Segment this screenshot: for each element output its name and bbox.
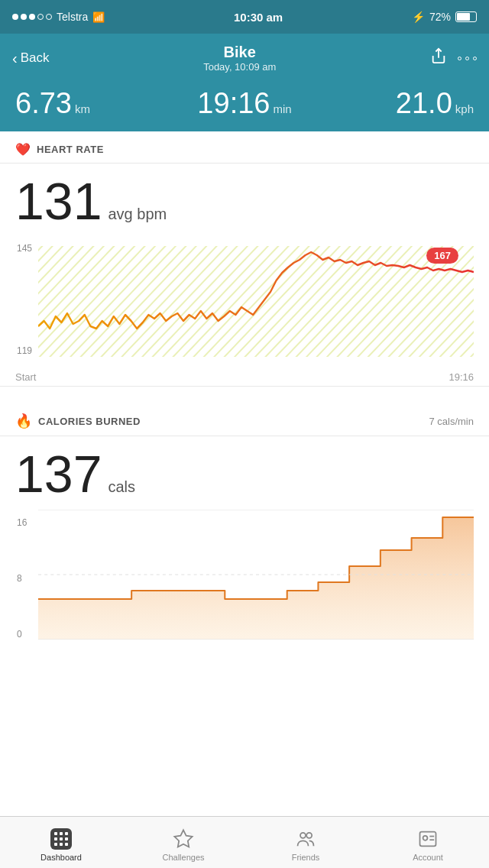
hr-label-high: 145 bbox=[17, 243, 32, 254]
nav-actions bbox=[430, 47, 477, 69]
status-left: Telstra 📶 bbox=[12, 11, 105, 23]
calories-section: 🔥 CALORIES BURNED 7 cals/min 137 cals 16… bbox=[0, 402, 489, 647]
calories-title: CALORIES BURNED bbox=[38, 416, 141, 427]
heart-rate-chart: 145 119 bbox=[15, 238, 474, 361]
cal-label-low: 0 bbox=[17, 629, 27, 640]
hr-chart-svg bbox=[38, 238, 474, 361]
heart-rate-unit: avg bpm bbox=[108, 206, 167, 223]
account-icon bbox=[417, 828, 439, 850]
nav-bar: ‹ Back Bike Today, 10:09 am bbox=[0, 34, 489, 83]
status-bar: Telstra 📶 10:30 am ⚡ 72% bbox=[0, 0, 489, 34]
tab-dashboard-label: Dashboard bbox=[40, 853, 82, 862]
heart-rate-header: ❤️ HEART RATE bbox=[0, 131, 489, 164]
cal-chart-svg bbox=[38, 510, 474, 640]
calories-value: 137 bbox=[15, 444, 102, 504]
signal-dots bbox=[12, 14, 52, 20]
hr-time-row: Start 19:16 bbox=[0, 368, 489, 387]
tab-account[interactable]: Account bbox=[367, 824, 489, 862]
calories-unit: cals bbox=[108, 478, 135, 496]
hr-label-low: 119 bbox=[17, 345, 32, 356]
distance-value: 6.73 bbox=[15, 89, 72, 118]
calories-rate: 7 cals/min bbox=[429, 416, 474, 427]
tab-friends[interactable]: Friends bbox=[244, 824, 367, 862]
stats-row: 6.73 km 19:16 min 21.0 kph bbox=[0, 83, 489, 131]
dashboard-icon bbox=[50, 828, 72, 850]
status-time: 10:30 am bbox=[234, 11, 283, 24]
distance-stat: 6.73 km bbox=[15, 89, 168, 118]
cal-y-labels: 16 8 0 bbox=[17, 510, 27, 647]
more-icon[interactable] bbox=[458, 57, 477, 60]
back-chevron-icon: ‹ bbox=[12, 50, 18, 67]
duration-value: 19:16 bbox=[197, 89, 270, 118]
heart-rate-section: ❤️ HEART RATE 131 avg bpm 145 119 bbox=[0, 131, 489, 387]
speed-value: 21.0 bbox=[396, 89, 452, 118]
tab-friends-label: Friends bbox=[292, 853, 320, 862]
share-icon[interactable] bbox=[430, 47, 447, 69]
tab-challenges-label: Challenges bbox=[162, 853, 204, 862]
svg-point-9 bbox=[306, 832, 312, 837]
battery-percent: 72% bbox=[429, 11, 451, 23]
spacer bbox=[0, 387, 489, 402]
svg-rect-2 bbox=[38, 246, 474, 357]
svg-marker-7 bbox=[174, 830, 192, 847]
heart-rate-title: HEART RATE bbox=[37, 144, 104, 155]
heart-icon: ❤️ bbox=[15, 142, 31, 157]
challenges-icon bbox=[173, 828, 194, 850]
heart-rate-value: 131 bbox=[15, 171, 102, 231]
heart-rate-avg: 131 avg bpm bbox=[0, 164, 489, 231]
calories-header: 🔥 CALORIES BURNED 7 cals/min bbox=[0, 402, 489, 436]
speed-stat: 21.0 kph bbox=[321, 89, 474, 118]
hr-time-start: Start bbox=[15, 371, 36, 383]
back-label: Back bbox=[21, 50, 50, 66]
distance-unit: km bbox=[75, 102, 90, 115]
main-content: ❤️ HEART RATE 131 avg bpm 145 119 bbox=[0, 131, 489, 821]
battery-icon bbox=[455, 11, 477, 22]
svg-point-11 bbox=[423, 835, 428, 840]
cal-label-high: 16 bbox=[17, 517, 27, 528]
svg-point-8 bbox=[300, 832, 306, 837]
nav-title: Bike Today, 10:09 am bbox=[203, 44, 276, 73]
tab-challenges[interactable]: Challenges bbox=[122, 824, 244, 862]
duration-unit: min bbox=[273, 102, 291, 115]
activity-subtitle: Today, 10:09 am bbox=[203, 61, 276, 73]
tab-account-label: Account bbox=[413, 853, 443, 862]
calories-chart: 16 8 0 bbox=[15, 510, 474, 647]
svg-marker-3 bbox=[38, 517, 474, 640]
bluetooth-icon: ⚡ bbox=[412, 11, 425, 23]
activity-title: Bike bbox=[203, 44, 276, 61]
duration-stat: 19:16 min bbox=[168, 89, 321, 118]
calories-total: 137 cals bbox=[0, 436, 489, 504]
hr-y-labels: 145 119 bbox=[17, 238, 32, 361]
back-button[interactable]: ‹ Back bbox=[12, 50, 49, 67]
cal-label-mid: 8 bbox=[17, 573, 27, 584]
status-right: ⚡ 72% bbox=[412, 11, 477, 23]
speed-unit: kph bbox=[455, 102, 474, 115]
carrier-label: Telstra bbox=[57, 11, 88, 23]
hr-peak-badge: 167 bbox=[426, 248, 458, 264]
friends-icon bbox=[295, 828, 316, 850]
tab-dashboard[interactable]: Dashboard bbox=[0, 824, 122, 862]
hr-time-end: 19:16 bbox=[449, 371, 474, 383]
tab-bar: Dashboard Challenges Friends Account bbox=[0, 816, 489, 868]
wifi-icon: 📶 bbox=[92, 11, 105, 23]
flame-icon: 🔥 bbox=[15, 413, 32, 429]
